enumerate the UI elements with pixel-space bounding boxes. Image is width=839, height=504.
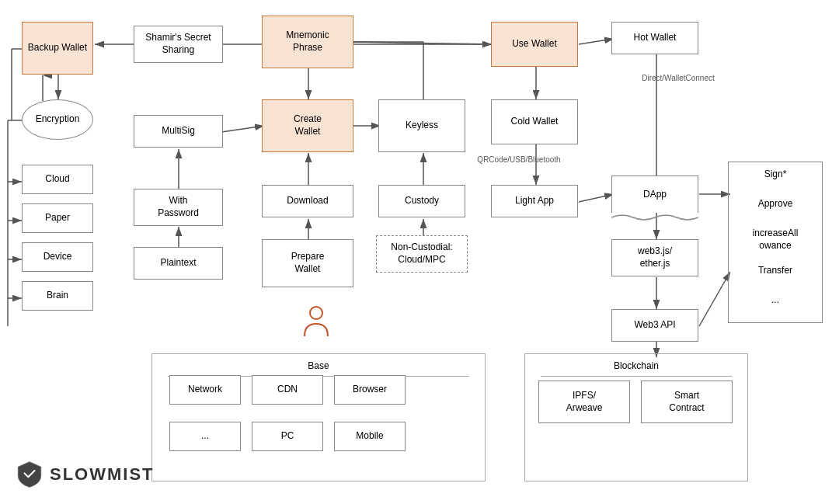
- download-box: Download: [262, 185, 353, 217]
- cold-wallet-box: Cold Wallet: [491, 99, 578, 144]
- create-wallet-box: CreateWallet: [262, 99, 353, 152]
- device-box: Device: [22, 242, 93, 272]
- slowmist-shield-icon: [16, 461, 44, 488]
- backup-wallet-label: Backup Wallet: [28, 42, 87, 54]
- web3js-label: web3.js/ether.js: [638, 245, 672, 269]
- light-app-label: Light App: [515, 195, 554, 207]
- encryption-label: Encryption: [36, 113, 80, 126]
- cdn-label: CDN: [277, 384, 298, 396]
- cdn-box: CDN: [252, 375, 323, 405]
- shamirs-label: Shamir's SecretSharing: [145, 32, 211, 56]
- custody-label: Custody: [405, 195, 439, 207]
- diagram-container: .arrow { stroke: #555; stroke-width: 1.5…: [0, 0, 839, 504]
- custody-box: Custody: [378, 185, 465, 217]
- use-wallet-box: Use Wallet: [491, 22, 578, 67]
- cold-wallet-label: Cold Wallet: [511, 116, 559, 128]
- person-icon: [297, 305, 336, 349]
- ipfs-box: IPFS/Arweave: [538, 381, 630, 423]
- paper-label: Paper: [45, 212, 70, 224]
- smart-contract-box: SmartContract: [641, 381, 733, 423]
- sign-container-box: Sign* Approve increaseAllowance Transfer…: [728, 162, 823, 323]
- ipfs-label: IPFS/Arweave: [566, 390, 603, 414]
- hot-wallet-box: Hot Wallet: [611, 22, 698, 54]
- dapp-wave: [611, 213, 698, 222]
- web3api-label: Web3 API: [634, 319, 675, 332]
- plaintext-label: Plaintext: [160, 257, 196, 269]
- network-label: Network: [188, 384, 222, 396]
- person-svg: [301, 305, 332, 342]
- dapp-label: DApp: [643, 189, 667, 201]
- dapp-box: DApp: [611, 176, 698, 213]
- use-wallet-label: Use Wallet: [512, 38, 557, 50]
- browser-label: Browser: [353, 384, 387, 396]
- keyless-label: Keyless: [406, 120, 438, 132]
- svg-line-20: [579, 39, 614, 44]
- with-password-box: WithPassword: [134, 189, 223, 226]
- create-wallet-label: CreateWallet: [294, 113, 322, 137]
- hot-wallet-label: Hot Wallet: [634, 32, 677, 44]
- mnemonic-phrase-label: MnemonicPhrase: [286, 30, 329, 54]
- svg-point-38: [310, 307, 322, 319]
- mobile-label: Mobile: [356, 430, 383, 443]
- sign-ellipsis-label: ...: [729, 294, 822, 307]
- with-password-label: WithPassword: [158, 195, 199, 219]
- blockchain-title: Blockchain: [614, 360, 659, 373]
- web3js-box: web3.js/ether.js: [611, 239, 698, 276]
- browser-box: Browser: [334, 375, 406, 405]
- base-ellipsis-box: ...: [169, 422, 241, 451]
- direct-walletconnect-label: Direct/WalletConnect: [628, 74, 729, 82]
- pc-label: PC: [281, 430, 294, 443]
- prepare-wallet-box: PrepareWallet: [262, 239, 353, 287]
- mobile-box: Mobile: [334, 422, 406, 451]
- brain-label: Brain: [47, 290, 68, 302]
- sign-label: Sign*: [729, 169, 822, 181]
- non-custodial-label: Non-Custodial:Cloud/MPC: [391, 242, 452, 266]
- non-custodial-box: Non-Custodial:Cloud/MPC: [376, 235, 468, 273]
- svg-line-26: [699, 272, 730, 326]
- base-title: Base: [308, 360, 329, 373]
- smart-contract-label: SmartContract: [669, 390, 704, 414]
- svg-line-11: [221, 126, 264, 132]
- cloud-box: Cloud: [22, 165, 93, 194]
- plaintext-box: Plaintext: [134, 247, 223, 280]
- cloud-label: Cloud: [45, 173, 69, 186]
- mnemonic-phrase-box: MnemonicPhrase: [262, 16, 353, 68]
- logo-area: SLOWMIST: [16, 461, 155, 488]
- svg-line-23: [579, 194, 614, 202]
- web3api-box: Web3 API: [611, 309, 698, 342]
- increase-allowance-label: increaseAllowance: [729, 228, 822, 252]
- shamirs-box: Shamir's SecretSharing: [134, 26, 223, 63]
- prepare-wallet-label: PrepareWallet: [291, 251, 325, 275]
- qrcode-label: QRCode/USB/Bluetooth: [465, 155, 573, 164]
- approve-label: Approve: [729, 198, 822, 210]
- download-label: Download: [287, 195, 328, 207]
- logo-text: SLOWMIST: [50, 464, 155, 485]
- network-box: Network: [169, 375, 241, 405]
- brain-box: Brain: [22, 281, 93, 311]
- paper-box: Paper: [22, 203, 93, 233]
- transfer-label: Transfer: [729, 265, 822, 277]
- encryption-box: Encryption: [22, 99, 93, 140]
- keyless-box: Keyless: [378, 99, 465, 152]
- base-container: Base: [151, 353, 486, 481]
- backup-wallet-box: Backup Wallet: [22, 22, 93, 75]
- pc-box: PC: [252, 422, 323, 451]
- light-app-box: Light App: [491, 185, 578, 217]
- multisig-box: MultiSig: [134, 115, 223, 148]
- multisig-label: MultiSig: [162, 125, 195, 137]
- device-label: Device: [44, 251, 72, 263]
- svg-line-18: [353, 42, 493, 44]
- base-ellipsis-label: ...: [201, 430, 209, 443]
